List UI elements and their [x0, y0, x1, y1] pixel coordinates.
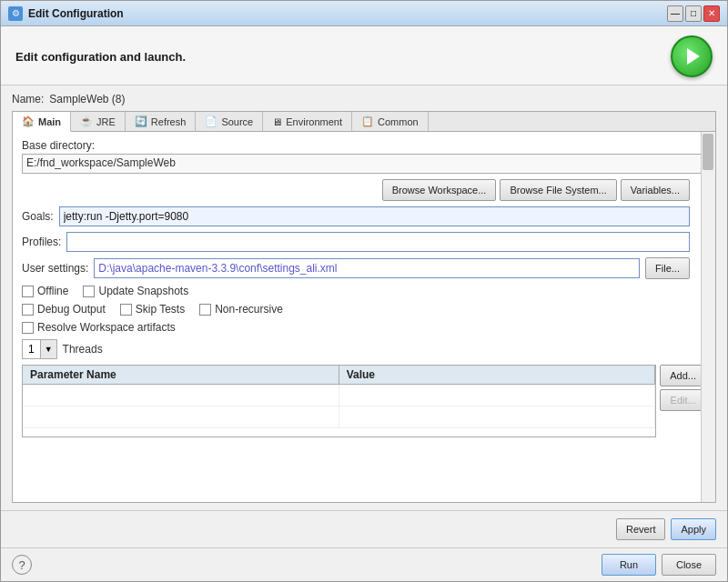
name-label: Name: — [12, 93, 44, 105]
maximize-button[interactable]: □ — [685, 5, 702, 22]
resolve-workspace-label: Resolve Workspace artifacts — [37, 321, 176, 334]
table-buttons: Add... Edit... — [660, 365, 706, 437]
non-recursive-checkbox[interactable] — [199, 304, 211, 316]
param-value-cell-2 — [339, 406, 656, 427]
header-area: Edit configuration and launch. — [1, 26, 727, 85]
param-name-cell-2 — [23, 406, 339, 427]
header-title: Edit configuration and launch. — [15, 50, 186, 64]
run-button[interactable]: Run — [602, 554, 656, 576]
threads-dropdown-button[interactable]: ▼ — [41, 340, 56, 358]
source-tab-icon: 📄 — [205, 115, 217, 127]
user-settings-row: User settings: File... — [22, 257, 690, 279]
run-icon — [687, 48, 700, 65]
browse-workspace-button[interactable]: Browse Workspace... — [382, 179, 497, 201]
checkbox-row-1: Offline Update Snapshots — [22, 285, 706, 297]
profiles-input[interactable] — [66, 232, 690, 252]
non-recursive-label: Non-recursive — [215, 303, 283, 316]
scrollbar-thumb[interactable] — [703, 134, 713, 170]
profiles-row: Profiles: — [22, 232, 690, 252]
tab-refresh[interactable]: 🔄 Refresh — [126, 112, 197, 131]
tab-main-label: Main — [38, 116, 61, 127]
revert-button[interactable]: Revert — [616, 518, 665, 540]
threads-spinner: 1 ▼ — [22, 339, 57, 359]
window-icon: ⚙ — [8, 6, 23, 21]
skip-tests-checkbox[interactable] — [120, 304, 132, 316]
browse-filesystem-button[interactable]: Browse File System... — [500, 179, 616, 201]
variables-button[interactable]: Variables... — [621, 179, 690, 201]
footer-right: Run Close — [602, 554, 716, 576]
user-settings-input[interactable] — [94, 258, 640, 278]
parameter-table-section: Parameter Name Value Add... — [22, 365, 706, 437]
param-name-column: Parameter Name — [23, 366, 339, 384]
close-button[interactable]: Close — [662, 554, 716, 576]
tabs-row: 🏠 Main ☕ JRE 🔄 Refresh 📄 Source 🖥 — [13, 112, 715, 132]
tab-source[interactable]: 📄 Source — [196, 112, 263, 131]
debug-output-checkbox[interactable] — [22, 304, 34, 316]
goals-row: Goals: — [22, 206, 690, 226]
name-row: Name: SampleWeb (8) — [12, 93, 716, 105]
tab-source-label: Source — [221, 116, 253, 127]
debug-output-label: Debug Output — [37, 303, 106, 316]
scrollbar-track[interactable] — [701, 132, 715, 502]
run-launch-button[interactable] — [671, 35, 713, 77]
skip-tests-label: Skip Tests — [136, 303, 185, 316]
threads-label: Threads — [63, 343, 103, 356]
main-tab-content: Base directory: E:/fnd_workspace/SampleW… — [13, 132, 715, 502]
update-snapshots-label: Update Snapshots — [98, 285, 188, 297]
bottom-bar: Revert Apply — [1, 510, 727, 547]
add-parameter-button[interactable]: Add... — [660, 365, 706, 386]
resolve-workspace-checkbox-item: Resolve Workspace artifacts — [22, 321, 176, 334]
tab-refresh-label: Refresh — [151, 116, 187, 127]
tab-environment-label: Environment — [286, 116, 342, 127]
user-settings-label: User settings: — [22, 262, 88, 275]
tab-common[interactable]: 📋 Common — [352, 112, 429, 131]
param-table-row-1 — [23, 385, 655, 406]
goals-input[interactable] — [59, 206, 690, 226]
main-window: ⚙ Edit Configuration — □ ✕ Edit configur… — [0, 0, 728, 582]
param-value-cell-1 — [339, 385, 656, 406]
parameter-table: Parameter Name Value — [22, 365, 656, 437]
offline-label: Offline — [37, 285, 68, 297]
non-recursive-checkbox-item: Non-recursive — [199, 303, 283, 316]
content-area: Name: SampleWeb (8) 🏠 Main ☕ JRE 🔄 Refre… — [1, 85, 727, 510]
param-table-row-2 — [23, 406, 655, 428]
resolve-workspace-checkbox[interactable] — [22, 322, 34, 334]
common-tab-icon: 📋 — [361, 115, 374, 127]
main-tab-icon: 🏠 — [22, 115, 35, 127]
param-table-header: Parameter Name Value — [23, 366, 655, 385]
base-directory-section: Base directory: E:/fnd_workspace/SampleW… — [22, 139, 706, 174]
param-name-cell-1 — [23, 385, 339, 406]
edit-parameter-button[interactable]: Edit... — [660, 389, 706, 411]
debug-output-checkbox-item: Debug Output — [22, 303, 106, 316]
goals-label: Goals: — [22, 210, 54, 223]
footer-bar: ? Run Close — [1, 547, 727, 581]
checkbox-row-2: Debug Output Skip Tests Non-recursive — [22, 303, 706, 316]
offline-checkbox[interactable] — [22, 286, 34, 297]
offline-checkbox-item: Offline — [22, 285, 68, 297]
base-directory-value: E:/fnd_workspace/SampleWeb — [22, 154, 706, 174]
tab-main[interactable]: 🏠 Main — [13, 112, 71, 132]
threads-row: 1 ▼ Threads — [22, 339, 706, 359]
base-directory-label: Base directory: — [22, 139, 706, 152]
update-snapshots-checkbox-item: Update Snapshots — [83, 285, 188, 297]
file-button[interactable]: File... — [645, 257, 690, 279]
browse-row: Browse Workspace... Browse File System..… — [22, 179, 690, 201]
threads-value: 1 — [23, 340, 41, 358]
tab-jre-label: JRE — [96, 116, 116, 127]
apply-button[interactable]: Apply — [671, 518, 716, 540]
refresh-tab-icon: 🔄 — [135, 115, 147, 127]
minimize-button[interactable]: — — [667, 5, 683, 22]
close-window-button[interactable]: ✕ — [703, 5, 720, 22]
param-value-column: Value — [339, 366, 656, 384]
skip-tests-checkbox-item: Skip Tests — [120, 303, 185, 316]
jre-tab-icon: ☕ — [80, 115, 93, 127]
window-title: Edit Configuration — [28, 7, 667, 20]
tab-common-label: Common — [378, 116, 419, 127]
update-snapshots-checkbox[interactable] — [83, 286, 95, 297]
tab-environment[interactable]: 🖥 Environment — [263, 112, 352, 131]
title-bar: ⚙ Edit Configuration — □ ✕ — [1, 1, 727, 26]
env-tab-icon: 🖥 — [272, 116, 282, 127]
tab-jre[interactable]: ☕ JRE — [71, 112, 126, 131]
help-button[interactable]: ? — [12, 555, 32, 575]
checkbox-row-3: Resolve Workspace artifacts — [22, 321, 706, 334]
